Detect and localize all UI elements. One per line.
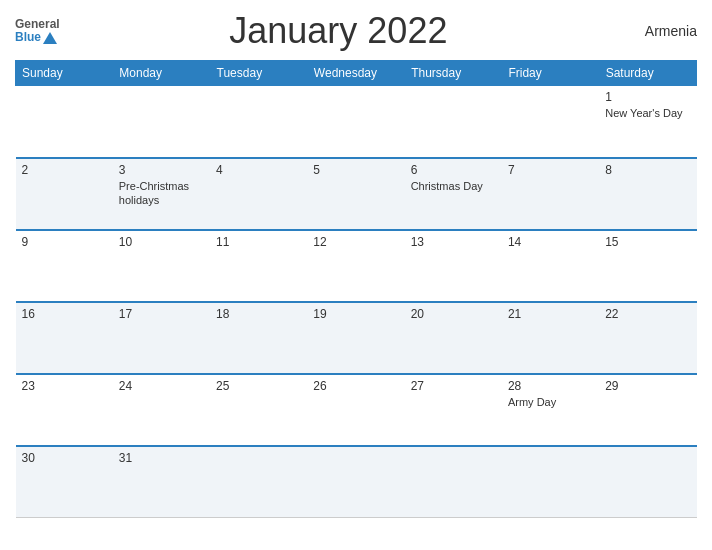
day-number: 21 [508, 307, 593, 321]
day-cell: 29 [599, 374, 696, 446]
day-cell [307, 446, 404, 518]
week-row-1: 1New Year's Day [16, 86, 697, 158]
day-number: 25 [216, 379, 301, 393]
day-number: 15 [605, 235, 690, 249]
day-number: 27 [411, 379, 496, 393]
day-cell [502, 446, 599, 518]
day-number: 14 [508, 235, 593, 249]
day-cell: 18 [210, 302, 307, 374]
day-cell: 31 [113, 446, 210, 518]
country-label: Armenia [617, 23, 697, 39]
calendar-title: January 2022 [60, 10, 617, 52]
day-number: 7 [508, 163, 593, 177]
day-number: 8 [605, 163, 690, 177]
day-cell [210, 86, 307, 158]
day-cell: 19 [307, 302, 404, 374]
day-cell: 25 [210, 374, 307, 446]
day-number: 24 [119, 379, 204, 393]
day-number: 12 [313, 235, 398, 249]
day-cell: 26 [307, 374, 404, 446]
day-cell: 20 [405, 302, 502, 374]
week-row-5: 232425262728Army Day29 [16, 374, 697, 446]
calendar-table: Sunday Monday Tuesday Wednesday Thursday… [15, 60, 697, 518]
day-cell: 5 [307, 158, 404, 230]
day-number: 5 [313, 163, 398, 177]
day-cell: 7 [502, 158, 599, 230]
day-number: 16 [22, 307, 107, 321]
col-friday: Friday [502, 61, 599, 86]
day-event: Christmas Day [411, 179, 496, 193]
day-number: 30 [22, 451, 107, 465]
col-thursday: Thursday [405, 61, 502, 86]
calendar-header: General Blue January 2022 Armenia [15, 10, 697, 52]
day-cell: 30 [16, 446, 113, 518]
day-cell: 23 [16, 374, 113, 446]
day-number: 11 [216, 235, 301, 249]
col-monday: Monday [113, 61, 210, 86]
day-cell [405, 86, 502, 158]
day-number: 3 [119, 163, 204, 177]
day-cell: 4 [210, 158, 307, 230]
day-cell [210, 446, 307, 518]
day-number: 19 [313, 307, 398, 321]
col-wednesday: Wednesday [307, 61, 404, 86]
header-row: Sunday Monday Tuesday Wednesday Thursday… [16, 61, 697, 86]
day-cell: 12 [307, 230, 404, 302]
day-number: 31 [119, 451, 204, 465]
day-cell: 11 [210, 230, 307, 302]
week-row-3: 9101112131415 [16, 230, 697, 302]
day-number: 18 [216, 307, 301, 321]
week-row-4: 16171819202122 [16, 302, 697, 374]
day-number: 6 [411, 163, 496, 177]
col-sunday: Sunday [16, 61, 113, 86]
day-cell: 22 [599, 302, 696, 374]
day-number: 10 [119, 235, 204, 249]
day-cell: 2 [16, 158, 113, 230]
day-cell [113, 86, 210, 158]
day-number: 26 [313, 379, 398, 393]
day-cell: 16 [16, 302, 113, 374]
day-cell: 3Pre-Christmas holidays [113, 158, 210, 230]
day-number: 1 [605, 90, 690, 104]
day-number: 4 [216, 163, 301, 177]
day-cell: 1New Year's Day [599, 86, 696, 158]
day-number: 22 [605, 307, 690, 321]
logo: General Blue [15, 18, 60, 44]
day-cell: 9 [16, 230, 113, 302]
day-cell: 6Christmas Day [405, 158, 502, 230]
logo-blue: Blue [15, 31, 41, 44]
day-cell: 13 [405, 230, 502, 302]
logo-triangle-icon [43, 32, 57, 44]
day-cell: 28Army Day [502, 374, 599, 446]
col-saturday: Saturday [599, 61, 696, 86]
day-cell [405, 446, 502, 518]
week-row-2: 23Pre-Christmas holidays456Christmas Day… [16, 158, 697, 230]
day-cell: 8 [599, 158, 696, 230]
day-cell [307, 86, 404, 158]
day-number: 9 [22, 235, 107, 249]
day-cell [16, 86, 113, 158]
day-cell: 10 [113, 230, 210, 302]
day-cell: 15 [599, 230, 696, 302]
day-event: Pre-Christmas holidays [119, 179, 204, 208]
day-cell: 14 [502, 230, 599, 302]
day-number: 29 [605, 379, 690, 393]
calendar-container: General Blue January 2022 Armenia Sunday… [0, 0, 712, 550]
day-cell: 24 [113, 374, 210, 446]
col-tuesday: Tuesday [210, 61, 307, 86]
day-number: 20 [411, 307, 496, 321]
day-event: New Year's Day [605, 106, 690, 120]
day-number: 17 [119, 307, 204, 321]
day-number: 28 [508, 379, 593, 393]
day-cell: 21 [502, 302, 599, 374]
day-number: 23 [22, 379, 107, 393]
day-cell: 27 [405, 374, 502, 446]
day-number: 2 [22, 163, 107, 177]
day-event: Army Day [508, 395, 593, 409]
day-cell [599, 446, 696, 518]
day-cell: 17 [113, 302, 210, 374]
week-row-6: 3031 [16, 446, 697, 518]
day-cell [502, 86, 599, 158]
day-number: 13 [411, 235, 496, 249]
